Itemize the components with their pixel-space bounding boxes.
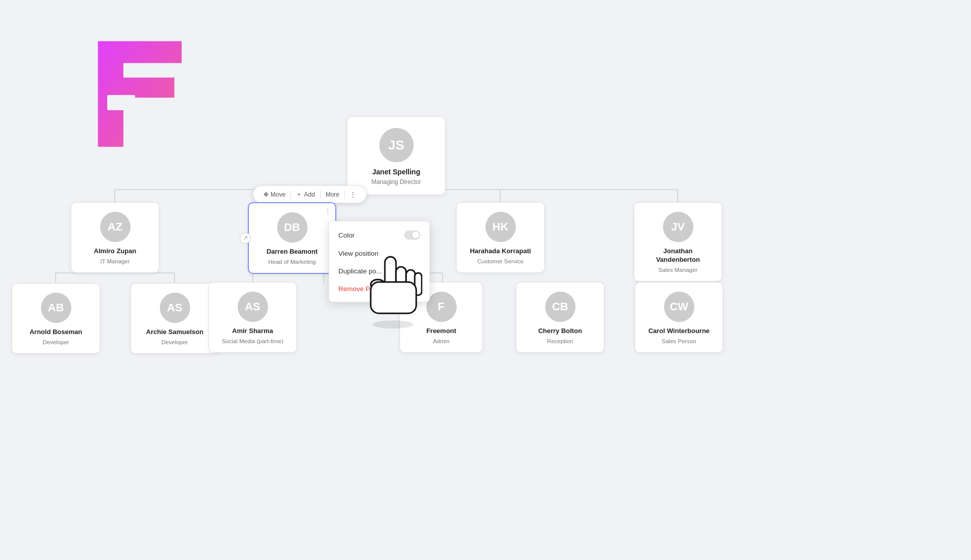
- toolbar-move[interactable]: ✥ Move: [259, 190, 289, 200]
- avatar-freemont: F: [426, 292, 457, 322]
- context-menu-duplicate[interactable]: Duplicate po...: [329, 262, 429, 280]
- role-cherry: Reception: [547, 338, 573, 345]
- name-carol: Carol Winterbourne: [648, 327, 710, 336]
- avatar-archie: AS: [160, 293, 190, 323]
- role-carol: Sales Person: [661, 338, 696, 345]
- logo: [51, 30, 187, 172]
- avatar-almiro: AZ: [100, 212, 130, 242]
- name-amir: Amir Sharma: [232, 327, 273, 336]
- avatar-darren: DB: [277, 212, 307, 243]
- color-toggle-thumb: [412, 231, 419, 239]
- name-arnold: Arnold Boseman: [29, 328, 82, 337]
- avatar-amir: AS: [238, 292, 268, 322]
- name-jonathan: Jonathan Vandenberton: [642, 247, 714, 264]
- role-darren: Head of Marketing: [269, 258, 316, 266]
- context-menu-color[interactable]: Color: [329, 225, 429, 245]
- name-freemont: Freemont: [426, 327, 456, 336]
- role-archie: Developer: [161, 339, 188, 346]
- name-janet: Janet Spelling: [372, 167, 420, 176]
- toolbar-divider2: [320, 191, 321, 199]
- card-arnold[interactable]: AB Arnold Boseman Developer: [12, 283, 100, 354]
- remove-label: Remove Posit...: [338, 285, 386, 293]
- role-harahada: Customer Service: [477, 258, 523, 265]
- role-almiro: IT Manager: [100, 258, 130, 265]
- color-label: Color: [338, 231, 355, 239]
- add-icon: ＋: [296, 190, 302, 199]
- card-harahada[interactable]: HK Harahada Korrapati Customer Service: [456, 202, 545, 273]
- role-janet: Managing Director: [371, 178, 421, 186]
- org-chart-container: JS Janet Spelling Managing Director ✥ Mo…: [0, 0, 971, 560]
- duplicate-label: Duplicate po...: [338, 267, 382, 275]
- role-jonathan: Sales Manager: [658, 266, 697, 274]
- role-arnold: Developer: [42, 339, 69, 346]
- card-jonathan[interactable]: JV Jonathan Vandenberton Sales Manager: [634, 202, 722, 282]
- card-janet[interactable]: JS Janet Spelling Managing Director: [347, 116, 446, 195]
- toolbar-divider3: [344, 191, 345, 199]
- avatar-jonathan: JV: [663, 212, 693, 242]
- toolbar-divider1: [290, 191, 291, 199]
- toolbar-add-label: Add: [304, 191, 315, 198]
- svg-marker-19: [98, 41, 182, 147]
- avatar-carol: CW: [664, 292, 694, 322]
- avatar-harahada: HK: [486, 212, 516, 242]
- toolbar-more-label: More: [326, 191, 339, 198]
- card-archie[interactable]: AS Archie Samuelson Developer: [130, 283, 219, 354]
- move-icon: ✥: [263, 191, 269, 198]
- toolbar-add[interactable]: ＋ Add: [292, 189, 319, 200]
- card-darren[interactable]: ↗ ⋮ DB Darren Beamont Head of Marketing: [248, 202, 336, 274]
- context-menu-view-position[interactable]: View position: [329, 245, 429, 262]
- expand-icon-darren[interactable]: ↗: [240, 232, 251, 244]
- toolbar-more[interactable]: More: [322, 190, 343, 200]
- color-toggle[interactable]: [404, 230, 420, 240]
- card-amir[interactable]: AS Amir Sharma Social Media (part-time): [208, 282, 297, 353]
- name-harahada: Harahada Korrapati: [470, 247, 531, 256]
- card-carol[interactable]: CW Carol Winterbourne Sales Person: [635, 282, 723, 353]
- context-menu: Color View position Duplicate po... Remo…: [329, 221, 430, 302]
- card-toolbar: ✥ Move ＋ Add More ⋮: [253, 185, 367, 203]
- toolbar-dots[interactable]: ⋮: [346, 190, 360, 200]
- toolbar-move-label: Move: [271, 191, 285, 198]
- more-icon-darren[interactable]: ⋮: [324, 207, 331, 215]
- avatar-arnold: AB: [41, 293, 71, 323]
- name-archie: Archie Samuelson: [146, 328, 203, 337]
- view-position-label: View position: [338, 250, 378, 257]
- card-almiro[interactable]: AZ Almiro Zupan IT Manager: [71, 202, 159, 273]
- avatar-cherry: CB: [545, 292, 576, 322]
- name-almiro: Almiro Zupan: [94, 247, 137, 256]
- context-menu-remove[interactable]: Remove Posit...: [329, 280, 429, 298]
- svg-rect-20: [107, 95, 135, 110]
- role-freemont: Admin: [433, 338, 450, 345]
- name-darren: Darren Beamont: [267, 248, 318, 256]
- card-cherry[interactable]: CB Cherry Bolton Reception: [516, 282, 604, 353]
- avatar-janet: JS: [379, 128, 414, 162]
- name-cherry: Cherry Bolton: [538, 327, 582, 336]
- role-amir: Social Media (part-time): [222, 338, 283, 345]
